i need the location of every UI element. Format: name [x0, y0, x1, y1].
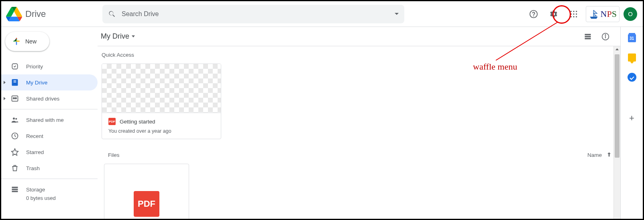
sidebar-item-label: Recent — [26, 133, 43, 139]
svg-point-5 — [570, 13, 571, 14]
waffle-icon — [570, 10, 578, 18]
trash-icon — [11, 164, 19, 172]
list-view-button[interactable] — [581, 30, 595, 43]
details-button[interactable] — [599, 30, 612, 43]
org-badge[interactable]: NPS — [586, 6, 620, 22]
my-drive-icon — [11, 78, 19, 86]
star-icon — [11, 148, 19, 156]
quick-access-card[interactable]: PDF Getting started You created over a y… — [102, 64, 221, 139]
svg-point-6 — [573, 13, 574, 14]
sidebar-item-priority[interactable]: Priority — [1, 58, 98, 74]
storage-icon — [11, 185, 19, 193]
nps-s: S — [612, 9, 617, 19]
add-addon-button[interactable]: + — [629, 113, 634, 123]
svg-point-2 — [570, 10, 571, 12]
sidebar-item-label: My Drive — [26, 80, 47, 86]
svg-rect-23 — [585, 38, 591, 39]
file-card[interactable]: PDF — [104, 164, 189, 219]
search-options-caret-icon[interactable] — [395, 13, 399, 15]
info-icon — [601, 33, 609, 41]
pdf-file-icon: PDF — [134, 191, 159, 217]
apps-button[interactable] — [566, 6, 582, 22]
sidebar-item-label: Shared with me — [26, 117, 64, 123]
quick-access-label: Quick Access — [102, 52, 616, 58]
sidebar: New Priority My Drive Sha — [1, 27, 98, 219]
main-header: My Drive — [98, 27, 620, 46]
shared-with-me-icon — [11, 116, 19, 124]
recent-icon — [11, 132, 19, 140]
expand-caret-icon[interactable] — [4, 81, 6, 84]
logo-block[interactable]: Drive — [6, 6, 102, 22]
sidebar-item-label: Starred — [26, 149, 44, 155]
svg-rect-19 — [12, 189, 18, 190]
sidebar-item-trash[interactable]: Trash — [1, 160, 98, 176]
breadcrumb-label: My Drive — [101, 32, 129, 41]
svg-point-1 — [533, 16, 534, 16]
settings-button[interactable] — [546, 6, 562, 22]
app-header: Drive NPS O — [1, 1, 643, 27]
svg-point-26 — [605, 35, 606, 35]
help-icon — [529, 10, 538, 19]
list-icon — [584, 33, 592, 41]
svg-rect-20 — [12, 191, 18, 192]
help-button[interactable] — [526, 6, 542, 22]
chevron-down-icon — [132, 35, 135, 37]
files-section-label: Files — [108, 152, 120, 158]
svg-point-4 — [576, 10, 577, 12]
scrollbar-thumb[interactable] — [615, 54, 620, 158]
new-button[interactable]: New — [5, 32, 49, 51]
sort-arrow-icon[interactable] — [606, 151, 612, 159]
svg-point-3 — [573, 10, 574, 12]
product-name: Drive — [25, 9, 46, 19]
sidebar-item-label: Trash — [26, 165, 40, 171]
sidebar-item-shared-with-me[interactable]: Shared with me — [1, 112, 98, 128]
tasks-app-icon[interactable] — [628, 73, 636, 82]
priority-icon — [11, 62, 19, 70]
nps-n: N — [601, 9, 607, 19]
svg-point-16 — [15, 118, 17, 119]
search-bar[interactable] — [102, 5, 404, 23]
svg-point-13 — [13, 98, 14, 99]
svg-point-10 — [576, 16, 577, 17]
svg-point-14 — [15, 98, 16, 99]
scroll-up-icon[interactable] — [615, 48, 619, 50]
qa-card-subtitle: You created over a year ago — [108, 128, 214, 134]
svg-point-8 — [570, 16, 571, 17]
calendar-app-icon[interactable]: 31 — [628, 34, 636, 42]
sidebar-item-shared-drives[interactable]: Shared drives — [1, 90, 98, 107]
main-area: My Drive Quick Access PDF G — [98, 27, 620, 219]
gear-icon — [549, 10, 558, 19]
header-icons: NPS O — [526, 6, 637, 22]
breadcrumb[interactable]: My Drive — [101, 32, 135, 41]
ship-icon — [589, 9, 599, 19]
new-button-label: New — [25, 38, 37, 45]
account-avatar[interactable]: O — [624, 7, 637, 21]
scrollbar[interactable] — [613, 46, 620, 219]
drive-logo-icon — [6, 6, 22, 22]
svg-rect-18 — [12, 187, 18, 188]
main-content: Quick Access PDF Getting started You cre… — [98, 46, 620, 219]
svg-point-15 — [13, 117, 15, 119]
side-panel: 31 + — [620, 27, 643, 219]
search-icon — [108, 10, 116, 18]
nps-p: P — [607, 9, 612, 19]
sidebar-item-label: Priority — [26, 64, 43, 70]
sidebar-item-label: Shared drives — [26, 96, 59, 102]
sidebar-item-recent[interactable]: Recent — [1, 128, 98, 144]
sidebar-item-storage[interactable]: Storage — [1, 181, 98, 197]
shared-drives-icon — [11, 95, 19, 103]
plus-icon — [12, 37, 20, 45]
sidebar-item-my-drive[interactable]: My Drive — [1, 74, 98, 90]
search-input[interactable] — [122, 10, 389, 18]
keep-app-icon[interactable] — [628, 53, 636, 62]
sidebar-item-starred[interactable]: Starred — [1, 144, 98, 160]
svg-point-9 — [573, 16, 574, 17]
pdf-badge-icon: PDF — [108, 118, 116, 125]
svg-point-7 — [576, 13, 577, 14]
expand-caret-icon[interactable] — [4, 97, 6, 100]
svg-rect-22 — [585, 36, 591, 37]
qa-thumbnail — [102, 64, 221, 113]
sort-column-label[interactable]: Name — [587, 152, 602, 158]
svg-rect-12 — [12, 96, 18, 101]
svg-rect-21 — [585, 34, 591, 35]
